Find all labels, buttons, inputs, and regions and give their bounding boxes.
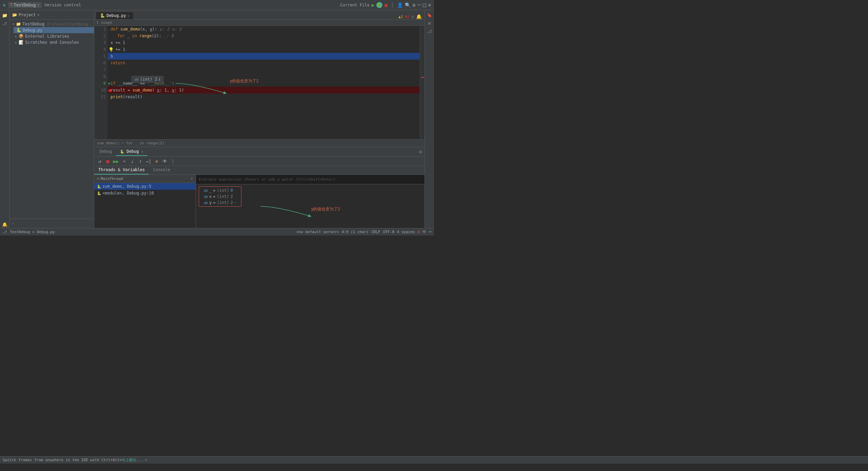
warning-badge: ▲1 xyxy=(398,15,403,19)
more-icon: ⋯ xyxy=(12,222,14,225)
encoding-label[interactable]: UTF-8 xyxy=(383,230,394,234)
tree-item-scratches[interactable]: ▸ 📝 Scratches and Consoles xyxy=(12,39,94,45)
debug-panel-maximize-icon[interactable]: ⊟ xyxy=(419,149,422,155)
notif-chevron-icon[interactable]: ∧ xyxy=(412,14,414,19)
run-config-label: Current File xyxy=(340,3,370,7)
stop-button[interactable]: ■ xyxy=(384,2,387,8)
lang-icon: 中 xyxy=(422,229,426,234)
more-options-icon[interactable]: ⋮ xyxy=(390,2,395,8)
frame2-icon: 🐍 xyxy=(97,191,101,195)
tree-item-debugpy[interactable]: 🐍 Debug.py xyxy=(14,27,94,33)
debug-button[interactable]: 🐛 xyxy=(376,2,382,8)
step-out-button[interactable]: ↑ xyxy=(137,158,144,165)
variable-icon-tooltip: ab xyxy=(135,78,139,81)
run-to-cursor-button[interactable]: →| xyxy=(145,158,152,165)
project-panel: 📂 Project ▾ ▾ 📁 TestDebug D:\Project\Tes… xyxy=(9,10,94,228)
frame2-label: <module>, Debug.py:10 xyxy=(102,191,154,196)
debug-toolbar: ↺ ■ ▶▶ ↷ ↓ ↑ →| ⊕ 👁 ⋮ xyxy=(94,157,425,166)
var-type-1: (int) xyxy=(217,188,229,193)
git-branch-icon: ⎇ xyxy=(3,230,7,234)
breadcrumb-text: sum_demo() › for _ in range(2) xyxy=(97,141,164,145)
var-item-underscore[interactable]: ab _ = (int) 0 xyxy=(200,187,240,193)
tab-debug-secondary[interactable]: 🐍 Debug ✕ xyxy=(116,148,147,156)
info-icon[interactable]: ℹ xyxy=(159,77,160,82)
thread-frame-2[interactable]: 🐍 <module>, Debug.py:10 xyxy=(94,190,196,197)
tab-debug-main[interactable]: Debug xyxy=(96,148,116,156)
triangle-right-icon: ▸ xyxy=(15,34,17,39)
code-line-7 xyxy=(108,66,420,73)
project-header: 📂 Project ▾ xyxy=(9,10,94,20)
folder-icon-root: 📁 xyxy=(16,22,21,26)
breakpoint-icon[interactable]: ● xyxy=(108,87,111,94)
var-expand-icon[interactable]: ~ xyxy=(234,201,236,205)
run-gutter-icon[interactable]: ▶ xyxy=(108,80,111,87)
minimap-scrollbar[interactable] xyxy=(420,26,425,139)
maximize-button[interactable]: □ xyxy=(423,2,426,8)
notifications-icon[interactable]: 🔔 xyxy=(1,221,8,228)
var-item-y[interactable]: ab y = (int) 2 ~ xyxy=(200,200,240,206)
evaluate-button[interactable]: ⊕ xyxy=(153,158,160,165)
close-button[interactable]: ✕ xyxy=(428,2,431,8)
var-name-2: x xyxy=(209,194,212,199)
structure-icon[interactable]: ⊞ xyxy=(426,20,433,27)
project-tool-icon[interactable]: 📁 xyxy=(1,12,8,19)
tab-debugpy[interactable]: 🐍 Debug.py ✕ xyxy=(96,12,134,19)
variables-input[interactable]: Evaluate expression (Enter) or add a wat… xyxy=(196,175,425,184)
watch-button[interactable]: 👁 xyxy=(161,158,168,165)
close-debug-tab-icon[interactable]: ✕ xyxy=(141,150,143,153)
main-thread-icon: ≡ xyxy=(97,177,99,181)
resume-button[interactable]: ▶▶ xyxy=(113,158,119,165)
indent-label[interactable]: 4 spaces xyxy=(397,230,415,234)
code-line-3: x += 1 xyxy=(108,39,420,46)
tree-item-external-libs[interactable]: ▸ 📦 External Libraries xyxy=(12,33,94,39)
code-editor[interactable]: 1 2 3 4 5 6 7 8 9 10 11 xyxy=(94,26,425,147)
code-lines[interactable]: def sum_demo(x, y): y: 2 x: 2 for _ in r… xyxy=(108,26,420,139)
python-file-icon: 🐍 xyxy=(16,28,21,33)
threads-variables-tab[interactable]: Threads & Variables xyxy=(94,166,149,175)
git-icon[interactable]: ⎇ xyxy=(426,28,433,35)
var-name-1: _ xyxy=(209,188,212,193)
main-thread-label: MainThread xyxy=(101,177,123,181)
bulb-icon[interactable]: 💡 xyxy=(108,46,114,53)
bookmark-icon[interactable]: 🔖 xyxy=(426,12,433,19)
external-libs-icon: 📦 xyxy=(19,34,24,39)
tree-item-root[interactable]: ▾ 📁 TestDebug D:\Project\TestDebug xyxy=(9,21,94,27)
thread-dropdown-icon[interactable]: ▾ xyxy=(191,177,193,181)
commit-icon[interactable]: ⎇ xyxy=(1,20,8,27)
menu-testdebug[interactable]: T TestDebug ▾ xyxy=(8,2,41,8)
var-annotation-svg xyxy=(257,203,332,223)
line-numbers: 1 2 3 4 5 6 7 8 9 10 11 xyxy=(94,26,108,139)
variables-placeholder: Evaluate expression (Enter) or add a wat… xyxy=(199,177,336,182)
stop-debug-button[interactable]: ■ xyxy=(104,158,111,165)
root-name: TestDebug xyxy=(22,22,44,26)
left-tool-panel xyxy=(0,41,9,42)
minimize-button[interactable]: ─ xyxy=(417,2,421,8)
settings-icon[interactable]: ⚙ xyxy=(413,2,415,8)
error-badge: ▼2 xyxy=(405,15,410,19)
chevron-down-icon[interactable]: ▾ xyxy=(37,13,40,17)
step-over-button[interactable]: ↷ xyxy=(121,158,127,165)
var-val-3: 2 xyxy=(231,200,233,205)
project-title[interactable]: Project xyxy=(19,13,36,17)
search-icon[interactable]: 🔍 xyxy=(405,2,411,8)
code-line-5: b xyxy=(108,53,420,60)
step-into-button[interactable]: ↓ xyxy=(129,158,136,165)
frame1-icon: 🐍 xyxy=(97,185,101,188)
variables-list: ab _ = (int) 0 ab x xyxy=(196,184,425,228)
breadcrumb-bar: sum_demo() › for _ in range(2) xyxy=(94,139,425,147)
rerun-button[interactable]: ↺ xyxy=(96,158,103,165)
project-status: TestDebug > Debug.py xyxy=(10,230,55,234)
run-button[interactable]: ▶ xyxy=(372,2,374,8)
menu-version-control[interactable]: Version control xyxy=(44,3,81,7)
more-debug-options[interactable]: ⋮ xyxy=(170,158,176,165)
var-item-x[interactable]: ab x = (int) 2 xyxy=(200,193,240,200)
root-path: D:\Project\TestDebug xyxy=(47,22,88,26)
console-tab[interactable]: Console xyxy=(149,166,174,175)
profile-icon[interactable]: 👤 xyxy=(397,2,403,8)
close-tab-icon[interactable]: ✕ xyxy=(127,14,130,18)
line-ending-label[interactable]: CRLF xyxy=(371,230,380,234)
thread-frame-1[interactable]: 🐍 sum_demo, Debug.py:5 xyxy=(94,183,196,190)
notifications-top-icon[interactable]: 🔔 xyxy=(416,14,422,19)
code-line-11: print(result) xyxy=(108,94,420,100)
project-icon: T xyxy=(10,3,12,7)
